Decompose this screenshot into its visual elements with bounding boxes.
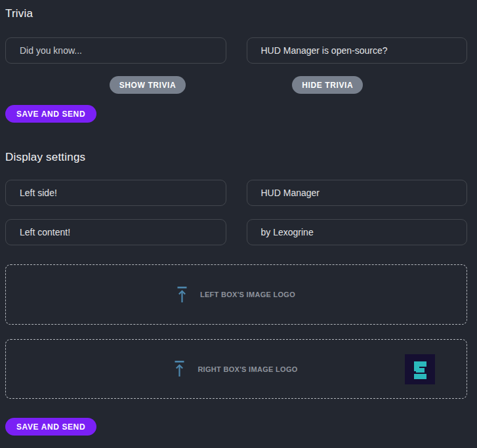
left-side-input[interactable] xyxy=(5,180,226,206)
upload-arrow-icon xyxy=(177,287,187,303)
trivia-text-input[interactable] xyxy=(5,37,226,64)
lexogrine-logo xyxy=(405,354,435,384)
display-inputs-row-1 xyxy=(5,180,467,206)
trivia-inputs-row xyxy=(5,37,467,64)
hud-manager-settings-page: Trivia SHOW TRIVIA HIDE TRIVIA SAVE AND … xyxy=(0,0,477,448)
right-side-col xyxy=(247,180,468,206)
trivia-save-and-send-button[interactable]: SAVE AND SEND xyxy=(5,105,96,123)
trivia-buttons-row: SHOW TRIVIA HIDE TRIVIA xyxy=(5,76,467,94)
left-content-input[interactable] xyxy=(5,219,226,245)
display-settings-section: Display settings xyxy=(5,150,467,436)
right-content-col xyxy=(247,219,468,245)
right-side-input[interactable] xyxy=(247,180,468,206)
left-logo-dropzone[interactable]: LEFT BOX'S IMAGE LOGO xyxy=(5,264,467,325)
display-settings-heading: Display settings xyxy=(5,150,467,164)
right-dropzone-label: RIGHT BOX'S IMAGE LOGO xyxy=(197,365,297,373)
display-save-and-send-button[interactable]: SAVE AND SEND xyxy=(5,418,96,436)
upload-arrow-icon xyxy=(175,361,184,377)
left-dropzone-label: LEFT BOX'S IMAGE LOGO xyxy=(200,291,295,298)
show-trivia-button[interactable]: SHOW TRIVIA xyxy=(110,76,186,94)
trivia-section: Trivia SHOW TRIVIA HIDE TRIVIA SAVE AND … xyxy=(5,7,467,123)
right-content-input[interactable] xyxy=(247,219,468,245)
trivia-question-col xyxy=(247,37,468,64)
trivia-question-input[interactable] xyxy=(247,37,468,64)
left-side-col xyxy=(5,180,226,206)
trivia-text-col xyxy=(5,37,226,64)
hide-trivia-button[interactable]: HIDE TRIVIA xyxy=(292,76,363,94)
right-logo-dropzone[interactable]: RIGHT BOX'S IMAGE LOGO xyxy=(5,339,467,399)
left-content-col xyxy=(5,219,226,245)
trivia-heading: Trivia xyxy=(5,7,467,20)
display-inputs-row-2 xyxy=(5,219,467,245)
